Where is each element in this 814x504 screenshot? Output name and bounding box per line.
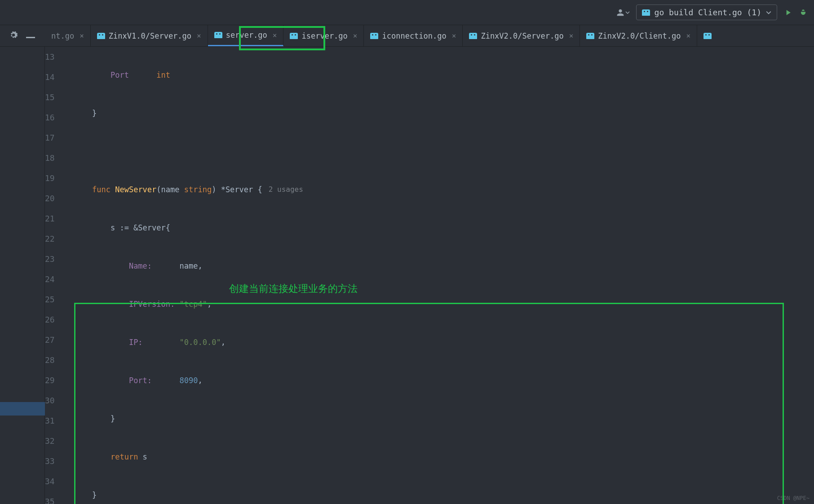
- tab-label: iserver.go: [301, 31, 347, 40]
- debug-button[interactable]: [799, 8, 808, 17]
- editor-tab-bar: nt.go × ZinxV1.0/Server.go × server.go ×…: [0, 25, 814, 47]
- line-number: 25: [45, 289, 73, 309]
- tab-iserver-go[interactable]: iserver.go ×: [283, 25, 364, 46]
- code-editor[interactable]: 13 14 15 16 17 18 19 20 21 22 23 24 25 2…: [0, 47, 814, 504]
- line-number: 14: [45, 67, 73, 87]
- code-line[interactable]: [92, 141, 814, 161]
- line-number: 33: [45, 451, 73, 471]
- line-number-gutter: 13 14 15 16 17 18 19 20 21 22 23 24 25 2…: [45, 47, 79, 504]
- gopher-icon: [586, 33, 594, 39]
- tab-label: server.go: [226, 31, 267, 40]
- gopher-icon: [703, 33, 712, 39]
- line-number: 21: [45, 208, 73, 229]
- user-menu-icon[interactable]: [615, 8, 630, 18]
- code-line[interactable]: }: [92, 103, 814, 123]
- project-tool-collapsed[interactable]: [0, 47, 45, 504]
- line-number: 28: [45, 350, 73, 370]
- tab-label: ZinxV1.0/Server.go: [109, 31, 191, 40]
- line-number: 16: [45, 107, 73, 128]
- code-line[interactable]: func NewServer(name string) *Server {2 u…: [92, 179, 814, 199]
- watermark: CSDN @NPE~: [777, 495, 810, 501]
- gopher-icon: [469, 33, 477, 39]
- code-line[interactable]: }: [92, 408, 814, 429]
- line-number: 15: [45, 87, 73, 107]
- settings-icon[interactable]: [9, 31, 18, 41]
- code-line[interactable]: }: [92, 485, 814, 504]
- run-button[interactable]: [783, 8, 792, 17]
- line-number: 23: [45, 249, 73, 269]
- code-area[interactable]: Port int } func NewServer(name string) *…: [90, 47, 814, 504]
- run-config-selector[interactable]: go build Client.go (1): [636, 4, 777, 20]
- annotation-label: 创建当前连接处理业务的方法: [229, 282, 358, 296]
- code-line[interactable]: IPVersion: "tcp4",: [92, 294, 814, 314]
- collapse-icon[interactable]: [26, 31, 35, 40]
- close-icon[interactable]: ×: [273, 31, 277, 40]
- tab-server-go[interactable]: server.go ×: [208, 25, 284, 46]
- line-number: 27: [45, 330, 73, 350]
- code-line[interactable]: s := &Server{: [92, 217, 814, 238]
- line-number: 24: [45, 269, 73, 289]
- tab-label: iconnection.go: [382, 31, 446, 40]
- gopher-icon: [214, 32, 222, 38]
- line-number: 26: [45, 309, 73, 330]
- close-icon[interactable]: ×: [197, 31, 201, 40]
- chevron-down-icon: [766, 10, 771, 15]
- tab-partial[interactable]: nt.go ×: [45, 25, 91, 46]
- line-number: 32: [45, 431, 73, 451]
- code-line[interactable]: Port: 8090,: [92, 370, 814, 390]
- line-number: 20: [45, 188, 73, 208]
- tab-iconnection-go[interactable]: iconnection.go ×: [364, 25, 463, 46]
- line-number: 19: [45, 168, 73, 188]
- selected-file-indicator: [0, 402, 45, 416]
- code-line[interactable]: Port int: [92, 65, 814, 85]
- code-line[interactable]: Name: name,: [92, 256, 814, 276]
- tab-label: ZinxV2.0/Server.go: [481, 31, 563, 40]
- line-number: 18: [45, 148, 73, 168]
- gopher-icon: [290, 33, 298, 39]
- line-number: 29: [45, 370, 73, 390]
- toolbar: go build Client.go (1): [0, 0, 814, 25]
- line-number: 22: [45, 229, 73, 249]
- line-number: 30: [45, 390, 73, 411]
- line-number: 17: [45, 128, 73, 148]
- close-icon[interactable]: ×: [353, 31, 358, 40]
- svg-rect-0: [26, 37, 35, 38]
- close-icon[interactable]: ×: [80, 31, 84, 40]
- tab-label: ZinxV2.0/Client.go: [598, 31, 681, 40]
- fold-gutter: [79, 47, 90, 504]
- code-line[interactable]: return s: [92, 447, 814, 467]
- tab-zinxv1-server[interactable]: ZinxV1.0/Server.go ×: [91, 25, 208, 46]
- tab-zinxv2-server[interactable]: ZinxV2.0/Server.go ×: [463, 25, 580, 46]
- close-icon[interactable]: ×: [569, 31, 574, 40]
- gopher-icon: [642, 9, 650, 16]
- line-number: 31: [45, 411, 73, 431]
- tab-overflow[interactable]: [697, 25, 713, 46]
- code-line[interactable]: IP: "0.0.0.0",: [92, 332, 814, 352]
- tab-label: nt.go: [51, 31, 74, 40]
- line-number: 13: [45, 47, 73, 67]
- run-config-label: go build Client.go (1): [655, 8, 761, 17]
- close-icon[interactable]: ×: [452, 31, 456, 40]
- close-icon[interactable]: ×: [686, 31, 691, 40]
- tab-zinxv2-client[interactable]: ZinxV2.0/Client.go ×: [580, 25, 697, 46]
- line-number: 34: [45, 471, 73, 491]
- gopher-icon: [97, 33, 105, 39]
- line-number: 35: [45, 491, 73, 504]
- gopher-icon: [370, 33, 378, 39]
